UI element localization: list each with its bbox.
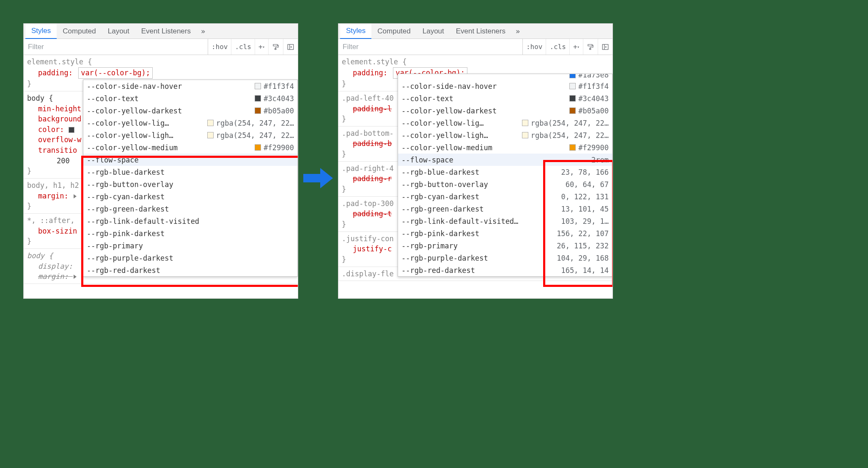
autocomplete-item[interactable]: --flow-space2rem <box>398 154 612 166</box>
autocomplete-item[interactable]: --color-yellow-medium#f29900 <box>398 141 612 154</box>
tab-computed[interactable]: Computed <box>57 24 102 39</box>
autocomplete-item[interactable]: color side nav active#1a73e8 <box>398 74 612 80</box>
autocomplete-item[interactable]: --rgb-red-darkest <box>83 264 297 276</box>
autocomplete-item[interactable]: --color-yellow-ligh…rgba(254, 247, 22… <box>83 129 297 141</box>
autocomplete-item[interactable]: --rgb-cyan-darkest0, 122, 131 <box>398 190 612 203</box>
styles-toolbar: :hov .cls +▾ <box>338 39 613 55</box>
tab-event-listeners[interactable]: Event Listeners <box>450 24 511 39</box>
autocomplete-item[interactable]: --rgb-green-darkest13, 101, 45 <box>398 203 612 215</box>
autocomplete-item[interactable]: --color-side-nav-hover#f1f3f4 <box>83 80 297 92</box>
svg-rect-2 <box>590 48 591 49</box>
autocomplete-item[interactable]: --rgb-link-default-visited…103, 29, 1… <box>398 215 612 227</box>
autocomplete-item[interactable]: --color-side-nav-hover#f1f3f4 <box>398 80 612 92</box>
autocomplete-item[interactable]: --rgb-button-overlay <box>83 178 297 190</box>
autocomplete-item[interactable]: --color-text#3c4043 <box>83 92 297 105</box>
autocomplete-item[interactable]: --rgb-cyan-darkest <box>83 190 297 203</box>
cls-toggle[interactable]: .cls <box>546 39 569 55</box>
toggle-sidebar-icon[interactable] <box>598 39 613 55</box>
autocomplete-item[interactable]: --color-yellow-darkest#b05a00 <box>83 105 297 117</box>
autocomplete-item[interactable]: --color-text#3c4043 <box>398 92 612 105</box>
expand-icon[interactable] <box>74 275 77 279</box>
autocomplete-item[interactable]: --rgb-purple-darkest104, 29, 168 <box>398 252 612 264</box>
tab-layout[interactable]: Layout <box>417 24 450 39</box>
autocomplete-item[interactable]: --rgb-green-darkest <box>83 203 297 215</box>
autocomplete-item[interactable]: --rgb-red-darkest165, 14, 14 <box>398 264 612 276</box>
rules-pane-right: element.style { padding: var(--color-bg)… <box>338 55 613 298</box>
tab-layout[interactable]: Layout <box>102 24 135 39</box>
autocomplete-dropdown-left[interactable]: --color-side-nav-hover#f1f3f4--color-tex… <box>83 80 298 277</box>
autocomplete-item[interactable]: --rgb-primary26, 115, 232 <box>398 240 612 252</box>
autocomplete-item[interactable]: --rgb-blue-darkest23, 78, 166 <box>398 166 612 178</box>
autocomplete-item[interactable]: --flow-space <box>83 154 297 166</box>
paint-icon[interactable] <box>268 39 283 55</box>
filter-input[interactable] <box>338 39 522 55</box>
hov-toggle[interactable]: :hov <box>208 39 231 55</box>
paint-icon[interactable] <box>583 39 598 55</box>
tab-overflow[interactable]: » <box>511 27 524 36</box>
autocomplete-item[interactable]: --rgb-purple-darkest <box>83 252 297 264</box>
autocomplete-dropdown-right[interactable]: color side nav active#1a73e8--color-side… <box>398 74 613 277</box>
autocomplete-item[interactable]: --color-yellow-lig…rgba(254, 247, 22… <box>398 117 612 129</box>
devtools-panel-right: Styles Computed Layout Event Listeners »… <box>338 23 613 299</box>
new-rule-button[interactable]: +▾ <box>255 39 268 55</box>
tab-styles[interactable]: Styles <box>340 24 371 39</box>
autocomplete-item[interactable]: --rgb-primary <box>83 240 297 252</box>
filter-input[interactable] <box>24 39 208 55</box>
tab-bar: Styles Computed Layout Event Listeners » <box>24 24 298 39</box>
tab-overflow[interactable]: » <box>197 27 209 36</box>
devtools-panel-left: Styles Computed Layout Event Listeners »… <box>23 23 298 299</box>
toggle-sidebar-icon[interactable] <box>283 39 298 55</box>
value-editor[interactable]: var(--color-bg); <box>78 67 153 79</box>
autocomplete-item[interactable]: --color-yellow-darkest#b05a00 <box>398 105 612 117</box>
autocomplete-item[interactable]: --color-yellow-ligh…rgba(254, 247, 22… <box>398 129 612 141</box>
tab-computed[interactable]: Computed <box>371 24 416 39</box>
autocomplete-item[interactable]: --rgb-link-default-visited <box>83 215 297 227</box>
autocomplete-item[interactable]: --rgb-pink-darkest156, 22, 107 <box>398 227 612 240</box>
styles-toolbar: :hov .cls +▾ <box>24 39 298 55</box>
autocomplete-item[interactable]: --rgb-blue-darkest <box>83 166 297 178</box>
new-rule-button[interactable]: +▾ <box>569 39 583 55</box>
autocomplete-item[interactable]: --rgb-pink-darkest <box>83 227 297 240</box>
tab-bar: Styles Computed Layout Event Listeners » <box>338 24 613 39</box>
arrow-icon <box>303 166 333 190</box>
expand-icon[interactable] <box>74 194 77 198</box>
cls-toggle[interactable]: .cls <box>231 39 255 55</box>
tab-event-listeners[interactable]: Event Listeners <box>135 24 197 39</box>
hov-toggle[interactable]: :hov <box>522 39 546 55</box>
autocomplete-item[interactable]: --rgb-button-overlay60, 64, 67 <box>398 178 612 190</box>
autocomplete-item[interactable]: --color-yellow-medium#f29900 <box>83 141 297 154</box>
tab-styles[interactable]: Styles <box>25 24 57 39</box>
rules-pane-left: element.style { padding: var(--color-bg)… <box>24 55 298 298</box>
autocomplete-item[interactable]: --color-yellow-lig…rgba(254, 247, 22… <box>83 117 297 129</box>
svg-rect-0 <box>275 48 276 49</box>
